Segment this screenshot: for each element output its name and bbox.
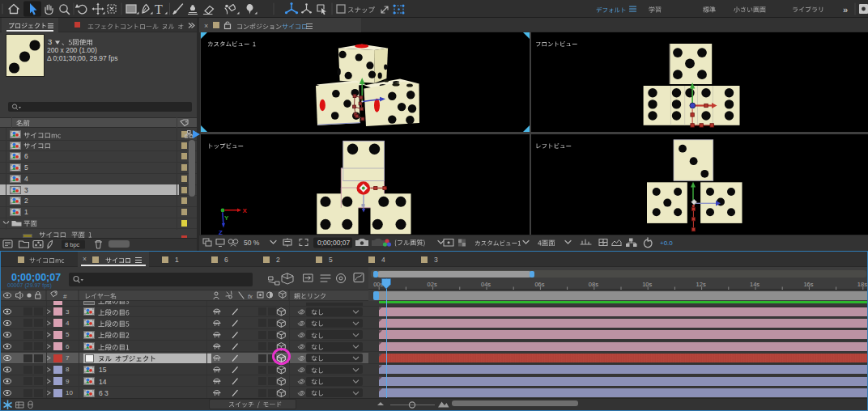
svg-text:Z: Z [219, 229, 223, 235]
svg-text:T: T [155, 2, 163, 16]
svg-text:Y: Y [224, 214, 229, 222]
svg-text:X: X [243, 207, 248, 214]
svg-text:»: » [843, 5, 848, 15]
svg-text:8 bpc: 8 bpc [65, 241, 80, 248]
svg-text:+0.0: +0.0 [660, 239, 673, 247]
svg-text:0;00;00;07: 0;00;00;07 [317, 239, 350, 247]
svg-text:50 %: 50 % [244, 239, 260, 247]
